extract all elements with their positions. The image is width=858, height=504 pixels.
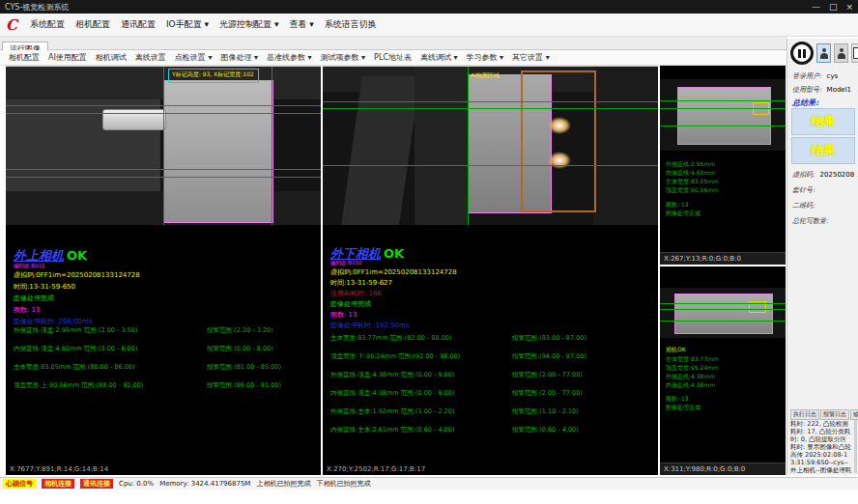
elapsed-line: 图像处理耗时: 182.50ms <box>330 321 410 330</box>
measure-text: 外侧直线-顶盖:4.38mm 范围:(0.00 - 9.00) <box>330 371 454 378</box>
tool-camera-config[interactable]: 相机配置 <box>9 52 40 63</box>
app-logo-icon: C <box>6 15 17 35</box>
side-info-line: 相机OK <box>666 346 686 354</box>
tool-offline-setting[interactable]: 离线设置 <box>135 52 166 63</box>
menu-system-config[interactable]: 系统配置 <box>30 18 65 31</box>
tool-image-process[interactable]: 图像处理 ▾ <box>220 52 258 63</box>
login-user-row: 登录用户: cys <box>792 71 838 81</box>
measure-text: 内侧直线-顶盖:4.60mm 范围:(3.00 - 6.00) <box>14 345 137 352</box>
menu-comm-config[interactable]: 通讯配置 <box>121 18 156 31</box>
tool-spot-check[interactable]: 点检设置 ▾ <box>175 52 213 63</box>
measure-row: 内侧直线-顶盖:4.38mm 范围:(0.00 - 9.00) 报警范围:(2.… <box>330 389 454 398</box>
minimize-button[interactable]: — <box>812 0 820 14</box>
measure-row: 顶盖宽度-下:95.24mm 范围:(92.00 - 98.00) 报警范围:(… <box>330 352 460 361</box>
menu-view[interactable]: 查看 ▾ <box>289 18 313 31</box>
side-info-line: 顶盖宽度:90.56mm <box>666 186 719 195</box>
tool-baseline-params[interactable]: 基准线参数 ▾ <box>267 52 312 63</box>
guideline <box>323 101 658 102</box>
close-button[interactable]: × <box>845 0 853 14</box>
maximize-button[interactable]: □ <box>829 0 838 14</box>
camera-image-side-lower[interactable] <box>660 288 786 338</box>
process-done-line: 图像处理完成 <box>14 294 54 303</box>
person-icon <box>819 48 828 59</box>
result-ok-badge: OK <box>384 246 404 261</box>
menu-io-config[interactable]: IO手配置 ▾ <box>166 18 209 31</box>
time-line: 时间:13-31-59-650 <box>14 282 75 292</box>
camera-image-side-upper[interactable] <box>660 79 786 151</box>
side-info-line: 主体宽度:83.05mm <box>666 178 719 186</box>
result-box-upper: 结果 <box>791 108 855 135</box>
comm-link-badge: 通讯连接 <box>80 479 113 489</box>
log-text[interactable]: 耗时: 222, 凸轮检测耗时: 17, 凸轮分类耗时: 0, 凸轮提取分区耗时… <box>790 420 852 473</box>
menu-camera-config[interactable]: 相机配置 <box>75 18 110 31</box>
camera-link-badge: 相机连接 <box>42 479 74 489</box>
guideline <box>272 67 272 225</box>
camera-panel-outer-lower: AI检测区域 外下相机OK 编码器:B010 虚拟码:0FF1im=202502… <box>323 66 658 475</box>
control-buttons <box>790 42 858 65</box>
camera-panel-side-lower: 相机OK 主体宽度:83.77mm 顶盖宽度:95.24mm 外侧直线:4.38… <box>660 266 786 475</box>
write-count-row: 总轮写数量: <box>792 216 831 226</box>
login-user-value: cys <box>827 72 839 80</box>
status-bar: 心跳信号 相机连接 通讯连接 Cpu: 0.0% Memory: 3424.41… <box>0 477 858 490</box>
measure-text: 内侧直线-顶盖:4.38mm 范围:(0.00 - 9.00) <box>330 389 454 397</box>
bright-spot <box>548 152 571 169</box>
side-info-line: 圈数: 13 <box>666 201 689 210</box>
tool-test-params[interactable]: 测试项参数 ▾ <box>321 52 366 63</box>
camera-image-outer-lower[interactable]: AI检测区域 <box>323 66 658 225</box>
alarm-text: 报警范围:(89.00 - 91.00) <box>207 381 281 390</box>
log-tab-output[interactable]: 输出日志 <box>850 409 858 420</box>
measure-text: 外侧直线-顶盖:2.95mm 范围:(2.00 - 3.50) <box>14 326 137 334</box>
model-value[interactable]: Model1 <box>827 86 851 94</box>
cpu-usage: Cpu: 0.0% <box>119 480 154 488</box>
result-ok-badge: OK <box>67 248 87 263</box>
logout-button[interactable] <box>851 43 858 63</box>
guideline <box>660 321 786 322</box>
overlay-label: Y标记高度: 93, X标记宽度:102 <box>172 70 254 79</box>
lap-count-line: 圈数: 13 <box>14 305 41 315</box>
tool-ai-usage-config[interactable]: AI使用配置 <box>48 52 87 63</box>
measure-text: 内侧直线-主体:2.61mm 范围:(0.60 - 4.00) <box>330 426 454 434</box>
memory-usage: Memory: 3424.41796875M <box>159 480 250 488</box>
user-button[interactable] <box>816 43 831 63</box>
bright-spot <box>548 117 571 134</box>
side-info-line: 外侧直线:2.95mm <box>666 160 715 169</box>
measure-row: 内侧直线-顶盖:4.60mm 范围:(3.00 - 6.00) 报警范围:(0.… <box>14 345 137 353</box>
roi-box-orange <box>521 70 596 212</box>
alarm-text: 报警范围:(0.60 - 4.00) <box>512 426 579 434</box>
virtual-code-line: 虚拟码:0FF1im=20250208133124728 <box>14 270 140 280</box>
guideline <box>163 67 164 225</box>
log-scrollbar[interactable] <box>854 420 857 473</box>
qrcode-label: 二维码: <box>792 202 815 210</box>
lap-count-line: 圈数: 13 <box>330 310 358 320</box>
measure-row: 外侧直线-顶盖:2.95mm 范围:(2.00 - 3.50) 报警范围:(2.… <box>14 326 137 335</box>
menu-language-switch[interactable]: 系统语言切换 <box>325 18 377 31</box>
log-tab-exec[interactable]: 执行日志 <box>790 409 819 420</box>
log-tab-alarm[interactable]: 报警日志 <box>820 409 849 420</box>
menu-light-config[interactable]: 光源控制配置 ▾ <box>219 18 278 31</box>
side-info-line: 图像处理完成 <box>666 404 701 412</box>
pause-button[interactable] <box>790 42 814 65</box>
heartbeat-badge: 心跳信号 <box>3 479 36 489</box>
person-icon <box>837 48 845 59</box>
encoder-line: 编码器:B010 <box>330 260 362 266</box>
tool-plc-address[interactable]: PLC地址表 <box>374 52 412 63</box>
alarm-text: 报警范围:(2.20 - 3.20) <box>207 326 273 335</box>
write-count-label: 总轮写数量: <box>792 217 828 225</box>
camera-image-outer-upper[interactable]: Y标记高度: 93, X标记宽度:102 <box>6 66 321 225</box>
tool-offline-debug[interactable]: 离线调试 ▾ <box>420 52 458 63</box>
result-box-lower: 结果 <box>791 137 855 164</box>
measure-text: 外侧直线-主体:1.92mm 范围:(1.00 - 2.20) <box>330 407 454 415</box>
tool-other-settings[interactable]: 其它设置 ▾ <box>512 52 550 63</box>
measure-text: 顶盖宽度-下:95.24mm 范围:(92.00 - 98.00) <box>330 352 460 360</box>
guideline <box>660 100 786 101</box>
tool-learn-params[interactable]: 学习参数 ▾ <box>467 52 504 63</box>
side-info-line: 圈数: 13 <box>666 395 689 404</box>
operator-button[interactable] <box>834 43 848 63</box>
alarm-text: 报警范围:(94.00 - 97.00) <box>512 352 586 361</box>
alarm-text: 报警范围:(1.10 - 2.10) <box>512 407 579 416</box>
tool-camera-debug[interactable]: 相机调试 <box>96 52 127 63</box>
lower-camera-status: 下相机已拍照完成 <box>316 479 370 489</box>
alarm-text: 报警范围:(83.00 - 87.00) <box>512 334 586 343</box>
process-done-line: 图像处理完成 <box>330 299 371 309</box>
side-info-line: 外侧直线:4.38mm <box>666 373 715 381</box>
